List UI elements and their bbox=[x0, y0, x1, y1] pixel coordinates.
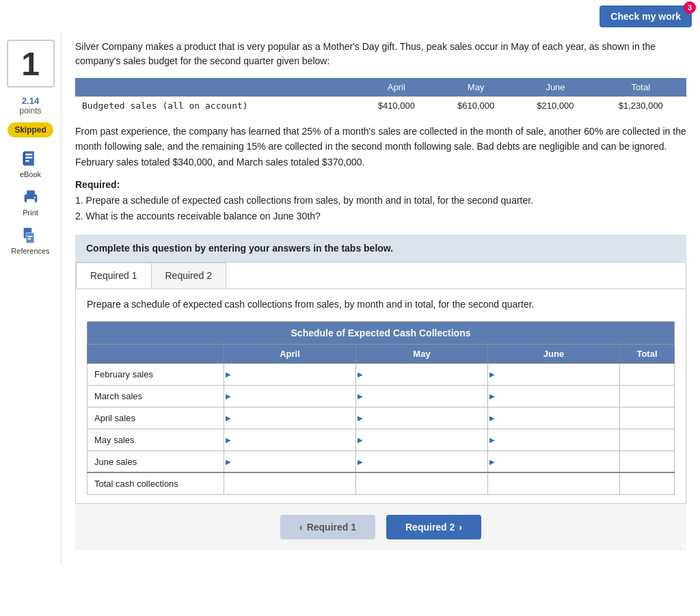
budget-may: $610,000 bbox=[436, 97, 515, 115]
svg-point-8 bbox=[33, 197, 35, 198]
total-june-cell bbox=[488, 472, 620, 494]
feb-may-cell[interactable] bbox=[356, 363, 488, 385]
row-june: June sales bbox=[88, 451, 675, 472]
col-april: April bbox=[224, 344, 356, 363]
row-march: March sales bbox=[88, 385, 675, 407]
budget-col-april: April bbox=[357, 78, 436, 97]
budget-total: $1,230,000 bbox=[595, 97, 686, 115]
ebook-icon bbox=[21, 150, 40, 169]
next-chevron-icon: › bbox=[459, 522, 462, 533]
budget-row-label: Budgeted sales (all on account) bbox=[75, 97, 357, 115]
feb-april-cell[interactable] bbox=[224, 363, 356, 385]
ebook-item[interactable]: eBook bbox=[20, 150, 41, 178]
top-bar: Check my work 3 bbox=[0, 0, 700, 33]
feb-april-input[interactable] bbox=[231, 368, 349, 381]
col-may: May bbox=[356, 344, 488, 363]
budget-june: $210,000 bbox=[515, 97, 595, 115]
prev-label: Required 1 bbox=[307, 522, 356, 533]
mar-june-cell[interactable] bbox=[488, 385, 620, 407]
required-items: 1. Prepare a schedule of expected cash c… bbox=[75, 193, 686, 224]
mar-total-cell bbox=[620, 385, 675, 407]
skipped-badge: Skipped bbox=[8, 122, 53, 137]
question-number-box: 1 bbox=[7, 40, 55, 88]
feb-total-cell bbox=[620, 363, 675, 385]
apr-total-cell bbox=[620, 407, 675, 429]
may-april-input[interactable] bbox=[231, 433, 349, 446]
schedule-table: Schedule of Expected Cash Collections Ap… bbox=[87, 321, 675, 495]
may-may-input[interactable] bbox=[363, 433, 481, 446]
svg-rect-1 bbox=[25, 154, 33, 155]
print-icon bbox=[21, 188, 40, 207]
apr-june-cell[interactable] bbox=[488, 407, 620, 429]
may-june-input[interactable] bbox=[495, 433, 612, 446]
svg-rect-11 bbox=[28, 236, 33, 237]
prev-button[interactable]: ‹ Required 1 bbox=[280, 515, 375, 539]
jun-june-cell[interactable] bbox=[488, 451, 620, 472]
next-label: Required 2 bbox=[405, 522, 455, 533]
mar-may-cell[interactable] bbox=[356, 385, 488, 407]
mar-may-input[interactable] bbox=[363, 390, 481, 403]
tab-required1[interactable]: Required 1 bbox=[76, 263, 152, 289]
budget-table: April May June Total Budgeted sales (all… bbox=[75, 78, 686, 114]
required-heading: Required: bbox=[75, 179, 686, 190]
row-label-march: March sales bbox=[88, 385, 224, 407]
svg-rect-10 bbox=[27, 232, 35, 243]
svg-rect-3 bbox=[25, 160, 29, 161]
tabs-row: Required 1 Required 2 bbox=[76, 263, 686, 289]
mar-april-input[interactable] bbox=[231, 390, 349, 403]
apr-may-cell[interactable] bbox=[356, 407, 488, 429]
row-label-february: February sales bbox=[88, 363, 224, 385]
feb-june-cell[interactable] bbox=[488, 363, 620, 385]
row-april: April sales bbox=[88, 407, 675, 429]
may-june-cell[interactable] bbox=[488, 429, 620, 451]
jun-june-input[interactable] bbox=[495, 455, 612, 468]
apr-april-cell[interactable] bbox=[224, 407, 356, 429]
badge: 3 bbox=[684, 1, 696, 14]
jun-may-input[interactable] bbox=[363, 455, 481, 468]
jun-may-cell[interactable] bbox=[356, 451, 488, 472]
print-label: Print bbox=[23, 209, 38, 217]
row-february: February sales bbox=[88, 363, 675, 385]
apr-april-input[interactable] bbox=[231, 412, 349, 425]
schedule-title: Schedule of Expected Cash Collections bbox=[88, 321, 675, 344]
check-my-work-button[interactable]: Check my work 3 bbox=[600, 5, 692, 27]
feb-may-input[interactable] bbox=[363, 368, 481, 381]
required-item-1: 1. Prepare a schedule of expected cash c… bbox=[75, 193, 686, 208]
required-item-2: 2. What is the accounts receivable balan… bbox=[75, 209, 686, 224]
jun-april-cell[interactable] bbox=[224, 451, 356, 472]
tab-required2[interactable]: Required 2 bbox=[151, 263, 227, 289]
tabs-container: Required 1 Required 2 Prepare a schedule… bbox=[75, 262, 686, 504]
may-april-cell[interactable] bbox=[224, 429, 356, 451]
points-sublabel: points bbox=[19, 106, 41, 116]
content-area: Silver Company makes a product that is v… bbox=[62, 33, 700, 564]
jun-april-input[interactable] bbox=[231, 455, 349, 468]
ebook-label: eBook bbox=[20, 170, 41, 178]
may-may-cell[interactable] bbox=[356, 429, 488, 451]
svg-rect-2 bbox=[25, 157, 33, 159]
print-item[interactable]: Print bbox=[21, 188, 40, 217]
references-item[interactable]: References bbox=[11, 226, 49, 255]
experience-text: From past experience, the company has le… bbox=[75, 124, 686, 170]
total-april-cell bbox=[224, 472, 356, 494]
budget-col-total: Total bbox=[595, 78, 686, 97]
may-total-cell bbox=[620, 429, 675, 451]
svg-rect-4 bbox=[23, 152, 25, 165]
col-label bbox=[88, 344, 224, 363]
mar-june-input[interactable] bbox=[495, 390, 612, 403]
row-label-total: Total cash collections bbox=[88, 472, 224, 494]
complete-notice: Complete this question by entering your … bbox=[75, 235, 686, 262]
apr-may-input[interactable] bbox=[363, 412, 481, 425]
col-june: June bbox=[488, 344, 620, 363]
budget-april: $410,000 bbox=[357, 97, 436, 115]
row-label-april: April sales bbox=[88, 407, 224, 429]
budget-col-may: May bbox=[436, 78, 515, 97]
apr-june-input[interactable] bbox=[495, 412, 612, 425]
budget-col-label bbox=[75, 78, 357, 97]
tab1-instruction: Prepare a schedule of expected cash coll… bbox=[87, 297, 675, 312]
row-may: May sales bbox=[88, 429, 675, 451]
next-button[interactable]: Required 2 › bbox=[386, 515, 481, 539]
schedule-col-headers: April May June Total bbox=[88, 344, 675, 363]
mar-april-cell[interactable] bbox=[224, 385, 356, 407]
feb-june-input[interactable] bbox=[495, 368, 612, 381]
bottom-nav: ‹ Required 1 Required 2 › bbox=[75, 504, 686, 550]
